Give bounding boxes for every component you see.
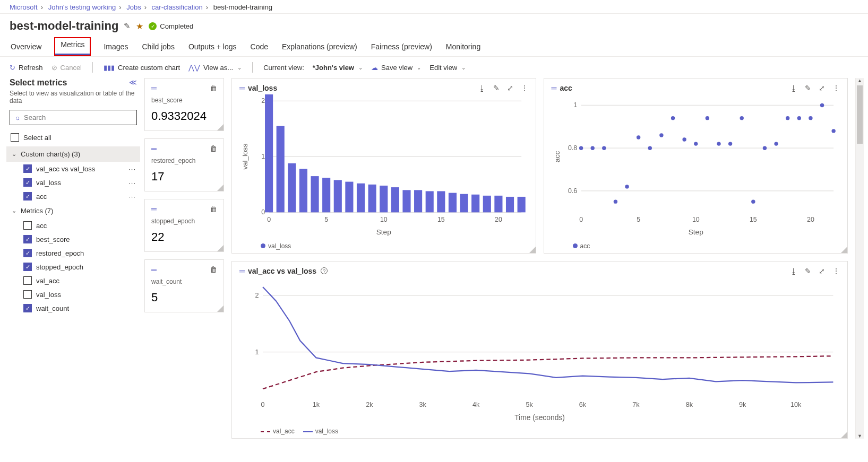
more-icon[interactable]: ⋮: [521, 84, 528, 92]
drag-handle-icon[interactable]: ═: [239, 84, 244, 92]
svg-rect-11: [265, 94, 273, 212]
more-icon[interactable]: ⋮: [832, 267, 840, 275]
metric-checkbox[interactable]: acc: [22, 219, 137, 232]
search-input[interactable]: [24, 114, 131, 121]
metric-checkbox[interactable]: ✓stopped_epoch: [22, 260, 137, 274]
tab-code[interactable]: Code: [250, 39, 269, 56]
edit-icon[interactable]: ✎: [805, 84, 811, 92]
metric-checkbox[interactable]: ✓val_loss···: [22, 176, 137, 189]
svg-rect-25: [426, 191, 434, 212]
save-view-button[interactable]: ☁Save view⌄: [371, 64, 421, 72]
group-custom-charts[interactable]: ⌄ Custom chart(s) (3): [6, 146, 140, 162]
tab-child-jobs[interactable]: Child jobs: [141, 39, 175, 56]
more-icon[interactable]: ⋮: [832, 84, 840, 92]
trash-icon[interactable]: 🗑: [210, 84, 217, 92]
expand-icon[interactable]: ⤢: [819, 267, 825, 275]
svg-text:0: 0: [261, 401, 265, 408]
crumb-1[interactable]: John's testing working: [48, 3, 116, 11]
crumb-0[interactable]: Microsoft: [10, 3, 38, 11]
more-icon[interactable]: ···: [128, 165, 136, 173]
drag-handle-icon[interactable]: ═: [151, 205, 156, 213]
check-icon: ✓: [149, 22, 157, 30]
edit-icon[interactable]: ✎: [493, 84, 500, 92]
svg-text:0.8: 0.8: [568, 144, 577, 152]
svg-rect-15: [311, 176, 319, 212]
trash-icon[interactable]: 🗑: [210, 144, 217, 153]
collapse-icon[interactable]: ≪: [129, 78, 137, 86]
trash-icon[interactable]: 🗑: [210, 265, 217, 274]
info-icon[interactable]: ?: [321, 267, 328, 274]
scalar-card: ═🗑stopped_epoch22: [144, 199, 224, 252]
edit-view-button[interactable]: Edit view⌄: [429, 64, 466, 72]
svg-point-54: [659, 133, 663, 137]
tab-monitoring[interactable]: Monitoring: [445, 39, 482, 56]
svg-rect-22: [391, 187, 399, 212]
svg-point-55: [671, 116, 674, 120]
edit-icon[interactable]: ✎: [124, 21, 131, 31]
tab-explanations[interactable]: Explanations (preview): [281, 39, 358, 56]
chevron-down-icon: ⌄: [417, 65, 421, 71]
drag-handle-icon[interactable]: ═: [151, 265, 156, 274]
svg-rect-28: [460, 194, 468, 213]
metric-checkbox[interactable]: ✓acc···: [22, 189, 137, 203]
scrollbar[interactable]: ▲ ▼: [855, 78, 864, 439]
metric-checkbox[interactable]: ✓best_score: [22, 232, 137, 246]
refresh-button[interactable]: ↻Refresh: [10, 64, 43, 72]
edit-icon[interactable]: ✎: [805, 267, 811, 275]
svg-text:20: 20: [807, 216, 814, 223]
svg-text:20: 20: [495, 216, 502, 223]
cancel-icon: ⊘: [51, 64, 57, 72]
view-as-button[interactable]: ⋀⋁View as...⌄: [188, 64, 242, 72]
more-icon[interactable]: ···: [128, 193, 136, 201]
more-icon[interactable]: ···: [128, 179, 136, 187]
bar-chart-icon: ▮▮▮: [104, 64, 115, 72]
chart-val_acc-vs-val_loss: ═ val_acc vs val_loss ? ⭳ ✎ ⤢ ⋮ 1201k2k3…: [231, 261, 848, 439]
download-icon[interactable]: ⭳: [790, 84, 797, 92]
crumb-3[interactable]: car-classification: [152, 3, 203, 11]
svg-rect-17: [334, 180, 342, 212]
drag-handle-icon[interactable]: ═: [151, 84, 156, 92]
create-custom-chart-button[interactable]: ▮▮▮Create custom chart: [104, 64, 180, 72]
chevron-down-icon: ⌄: [12, 207, 16, 214]
svg-point-56: [682, 137, 686, 141]
drag-handle-icon[interactable]: ═: [239, 267, 244, 275]
svg-text:1: 1: [573, 101, 577, 109]
crumb-2[interactable]: Jobs: [126, 3, 141, 11]
metric-checkbox[interactable]: ✓val_acc vs val_loss···: [22, 162, 137, 176]
chevron-down-icon: ⌄: [237, 65, 242, 71]
tab-fairness[interactable]: Fairness (preview): [370, 39, 433, 56]
drag-handle-icon[interactable]: ═: [552, 84, 556, 92]
expand-icon[interactable]: ⤢: [819, 84, 825, 92]
svg-point-67: [809, 116, 812, 120]
scrollbar-thumb[interactable]: [857, 85, 863, 144]
svg-text:5: 5: [324, 216, 328, 223]
tab-images[interactable]: Images: [102, 39, 129, 56]
download-icon[interactable]: ⭳: [790, 267, 797, 275]
tab-outputs-logs[interactable]: Outputs + logs: [187, 39, 238, 56]
metric-checkbox[interactable]: val_acc: [22, 274, 137, 287]
svg-text:Time (seconds): Time (seconds): [514, 413, 565, 422]
tab-overview[interactable]: Overview: [10, 39, 42, 56]
expand-icon[interactable]: ⤢: [507, 84, 513, 92]
scroll-down-icon[interactable]: ▼: [856, 433, 864, 439]
group-metrics[interactable]: ⌄ Metrics (7): [10, 203, 137, 219]
drag-handle-icon[interactable]: ═: [151, 144, 156, 153]
scroll-up-icon[interactable]: ▲: [856, 78, 864, 83]
scalar-card: ═🗑wait_count5: [144, 259, 224, 312]
svg-point-66: [797, 116, 801, 120]
metric-checkbox[interactable]: ✓wait_count: [22, 301, 137, 315]
metric-checkbox[interactable]: ✓restored_epoch: [22, 246, 137, 260]
trash-icon[interactable]: 🗑: [210, 205, 217, 213]
search-input-wrapper[interactable]: ⌕: [10, 110, 137, 125]
download-icon[interactable]: ⭳: [478, 84, 486, 92]
current-view-dropdown[interactable]: *John's view⌄: [313, 64, 363, 72]
tab-metrics[interactable]: Metrics: [54, 37, 91, 56]
svg-rect-27: [449, 193, 457, 213]
svg-rect-21: [380, 186, 388, 212]
svg-text:0: 0: [579, 216, 583, 223]
cancel-button: ⊘Cancel: [51, 64, 82, 72]
star-icon[interactable]: ★: [136, 21, 143, 31]
metric-checkbox[interactable]: val_loss: [22, 287, 137, 301]
select-metrics-panel: Select metrics ≪ Select to view as visua…: [10, 78, 137, 439]
select-all-checkbox[interactable]: Select all: [10, 130, 137, 144]
